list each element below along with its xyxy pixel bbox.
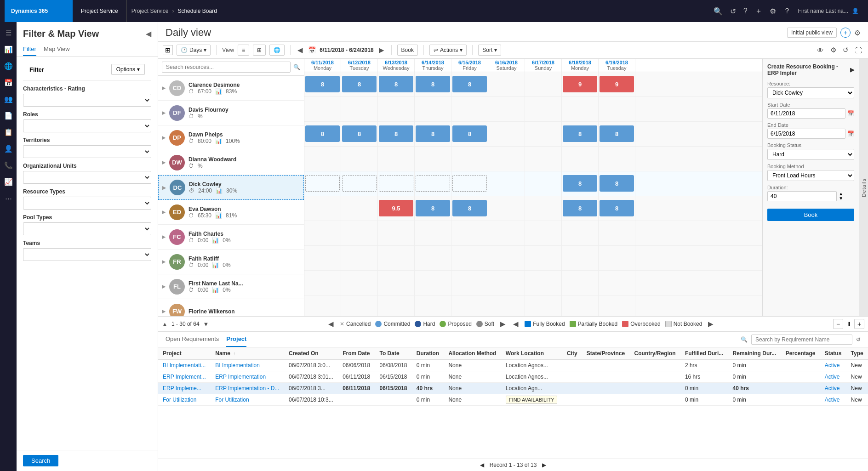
sidebar-file-icon[interactable]: 📄: [1, 108, 16, 123]
cal-cell[interactable]: [451, 97, 488, 122]
booking-block[interactable]: 8: [563, 175, 597, 192]
cal-cell[interactable]: [304, 171, 341, 196]
cal-cell[interactable]: [451, 221, 488, 246]
booking-block[interactable]: 8: [342, 125, 377, 142]
cal-cell[interactable]: [525, 196, 562, 221]
days-btn[interactable]: 🕐 Days ▾: [177, 45, 211, 56]
cal-cell[interactable]: [562, 147, 599, 171]
expand-btn[interactable]: ▶: [162, 308, 166, 314]
cal-cell[interactable]: 8: [451, 72, 488, 97]
cal-cell[interactable]: [341, 246, 378, 271]
cal-cell[interactable]: 8: [415, 196, 451, 221]
cal-cell[interactable]: [378, 147, 415, 171]
col-name[interactable]: Name ↑: [211, 347, 284, 360]
cal-cell[interactable]: [415, 295, 451, 316]
zoom-out-btn[interactable]: −: [833, 319, 843, 329]
expand-btn[interactable]: ▶: [162, 209, 166, 215]
cal-cell[interactable]: [378, 246, 415, 271]
org-units-select[interactable]: [23, 171, 151, 184]
booking-block[interactable]: 9.5: [379, 200, 413, 216]
cal-cell[interactable]: 8: [562, 122, 599, 147]
sidebar-book-icon[interactable]: 📋: [1, 125, 16, 140]
settings-icon[interactable]: ⚙: [770, 7, 776, 16]
brand-logo[interactable]: Dynamics 365: [5, 0, 73, 22]
cal-cell[interactable]: [341, 295, 378, 316]
globe-view-btn[interactable]: 🌐: [269, 45, 285, 56]
cal-cell[interactable]: [378, 295, 415, 316]
booking-block-dashed[interactable]: [342, 175, 377, 192]
cal-cell[interactable]: [415, 246, 451, 271]
req-search-input[interactable]: [751, 335, 852, 345]
cal-cell[interactable]: 8: [415, 72, 451, 97]
settings-icon-tb[interactable]: ⚙: [829, 45, 838, 56]
cal-cell[interactable]: [525, 147, 562, 171]
actions-btn[interactable]: ⇌ Actions ▾: [429, 45, 467, 56]
footer-prev-icon[interactable]: ◀: [480, 462, 484, 468]
characteristics-select[interactable]: [23, 94, 151, 107]
name-link[interactable]: BI Implementation: [215, 362, 260, 369]
user-profile[interactable]: First name Last na... 👤: [798, 8, 863, 14]
cal-cell[interactable]: [599, 246, 635, 271]
filter-collapse-btn[interactable]: ◀: [146, 29, 151, 38]
cal-cell[interactable]: [599, 221, 635, 246]
expand-btn[interactable]: ▶: [162, 110, 166, 116]
cal-cell[interactable]: 8: [378, 72, 415, 97]
refresh-icon-tb[interactable]: ↺: [841, 45, 850, 56]
booking-block[interactable]: 8: [563, 125, 597, 142]
cal-cell[interactable]: [525, 72, 562, 97]
options-button[interactable]: Options ▾: [111, 64, 145, 75]
table-row[interactable]: ERP Impleme... ERP Implementation - D...…: [158, 383, 868, 394]
booking-block[interactable]: 8: [452, 125, 487, 142]
booking-block[interactable]: 8: [452, 200, 487, 216]
status-link[interactable]: Active: [825, 397, 840, 403]
search-icon[interactable]: 🔍: [714, 7, 723, 16]
cal-cell[interactable]: [525, 171, 562, 196]
cal-cell[interactable]: [415, 271, 451, 295]
cal-cell[interactable]: 8: [451, 196, 488, 221]
cal-cell[interactable]: [488, 246, 525, 271]
sidebar-calendar-icon[interactable]: 📅: [1, 75, 16, 90]
tab-map-view[interactable]: Map View: [44, 43, 70, 56]
add-view-btn[interactable]: +: [840, 28, 851, 38]
cal-cell[interactable]: [341, 196, 378, 221]
name-link[interactable]: For Utilization: [215, 397, 249, 403]
cal-cell[interactable]: [525, 246, 562, 271]
booking-block[interactable]: 9: [563, 76, 597, 92]
project-link[interactable]: BI Implementati...: [163, 362, 206, 369]
cal-cell[interactable]: 8: [451, 122, 488, 147]
cal-cell[interactable]: [525, 221, 562, 246]
cal-cell[interactable]: [451, 171, 488, 196]
booking-block[interactable]: 8: [342, 76, 377, 92]
cal-cell[interactable]: [451, 295, 488, 316]
pool-types-select[interactable]: [23, 222, 151, 235]
duration-input[interactable]: [767, 191, 837, 201]
booking-block[interactable]: 8: [600, 175, 634, 192]
cal-cell[interactable]: [488, 171, 525, 196]
cal-cell[interactable]: [304, 147, 341, 171]
resource-types-select[interactable]: [23, 197, 151, 210]
booking-block-dashed[interactable]: [452, 175, 487, 192]
cal-cell[interactable]: [304, 221, 341, 246]
roles-select[interactable]: [23, 119, 151, 132]
table-row[interactable]: ERP Implement... ERP Implementation 06/0…: [158, 371, 868, 383]
booking-block[interactable]: 8: [379, 125, 413, 142]
cal-cell[interactable]: [451, 246, 488, 271]
breadcrumb-item-1[interactable]: Project Service: [131, 8, 169, 14]
cal-cell[interactable]: [415, 147, 451, 171]
expand-btn[interactable]: ▶: [162, 259, 166, 265]
zoom-in-btn[interactable]: +: [854, 319, 864, 329]
cal-cell[interactable]: [599, 97, 635, 122]
cal-cell[interactable]: [341, 271, 378, 295]
booking-block[interactable]: 9: [600, 76, 634, 92]
cal-cell[interactable]: 8: [378, 122, 415, 147]
cal-cell[interactable]: [488, 147, 525, 171]
expand-btn[interactable]: ▶: [162, 284, 166, 289]
prev-btn[interactable]: ◀: [296, 45, 304, 56]
legend-prev2-btn[interactable]: ◀: [512, 318, 520, 329]
cal-cell[interactable]: [488, 295, 525, 316]
table-row[interactable]: For Utilization For Utilization 06/07/20…: [158, 394, 868, 406]
cal-cell[interactable]: [341, 171, 378, 196]
cal-cell[interactable]: [488, 72, 525, 97]
resource-search-input[interactable]: [162, 62, 291, 73]
legend-prev-btn[interactable]: ◀: [327, 318, 335, 329]
